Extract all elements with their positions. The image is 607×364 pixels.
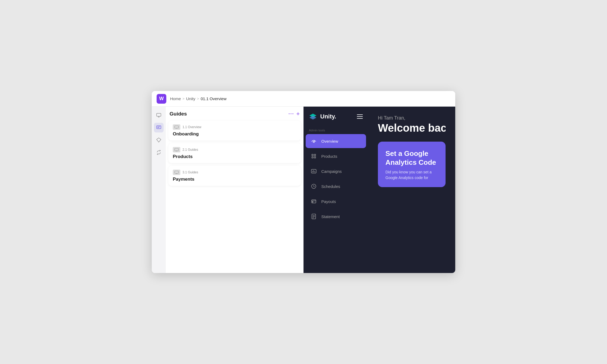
hamburger-line-2 <box>357 116 363 117</box>
nav-item-label-statement: Statement <box>321 214 340 219</box>
chat-icon-btn[interactable] <box>154 123 164 132</box>
nav-logo-icon <box>309 113 317 121</box>
guide-card-label-text-products: 2.1 Guides <box>182 148 198 152</box>
promo-card-title: Set a Google Analytics Code <box>385 149 438 167</box>
title-bar: W Home > Unity > 01.1 Overview <box>152 91 455 107</box>
main-body: Guides ··· + <box>152 107 455 273</box>
app-icon: W <box>157 94 166 104</box>
nav-item-label-overview: Overview <box>321 139 338 144</box>
svg-rect-13 <box>175 171 178 173</box>
icon-rail <box>152 107 166 273</box>
svg-marker-17 <box>309 116 316 120</box>
svg-point-26 <box>312 202 313 202</box>
hamburger-button[interactable] <box>357 114 363 119</box>
hamburger-line-1 <box>357 114 363 115</box>
nav-item-label-schedules: Schedules <box>321 184 340 189</box>
nav-sidebar: Unity. Admin tools <box>304 107 368 273</box>
products-svg-icon <box>311 153 317 159</box>
promo-card-description: Did you know you can set a Google Analyt… <box>385 169 438 181</box>
chat-icon <box>156 125 161 130</box>
overview-svg-icon <box>311 138 317 144</box>
guide-card-label-text-payments: 3.1 Guides <box>182 170 198 174</box>
nav-item-campaigns[interactable]: Campaigns <box>306 164 366 178</box>
nav-item-overview[interactable]: Overview <box>306 134 366 148</box>
nav-logo-text: Unity. <box>320 113 336 120</box>
campaigns-icon <box>310 167 318 175</box>
guides-more-button[interactable]: ··· <box>288 111 294 117</box>
schedules-svg-icon <box>311 183 317 189</box>
nav-item-statement[interactable]: Statement <box>306 209 366 223</box>
sync-icon-btn[interactable] <box>154 148 164 157</box>
overview-icon <box>310 137 318 145</box>
breadcrumb-home[interactable]: Home <box>170 96 181 101</box>
guide-card-icon-onboarding <box>173 124 180 130</box>
guide-card-icon-products <box>173 147 180 152</box>
unity-logo-icon <box>309 113 317 120</box>
breadcrumb: Home > Unity > 01.1 Overview <box>170 96 226 101</box>
app-icon-letter: W <box>159 96 164 102</box>
diamond-icon <box>156 137 161 143</box>
svg-rect-0 <box>157 113 161 116</box>
guide-card-onboarding[interactable]: 1.1 Overview Onboarding <box>168 121 301 141</box>
svg-rect-3 <box>157 126 161 129</box>
guides-actions: ··· + <box>288 111 300 117</box>
guide-card-label-text-onboarding: 1.1 Overview <box>182 125 201 129</box>
guide-card-title-payments: Payments <box>173 177 296 182</box>
hamburger-line-3 <box>357 118 363 119</box>
guides-panel: Guides ··· + <box>166 107 304 273</box>
nav-item-products[interactable]: Products <box>306 149 366 163</box>
breadcrumb-current: 01.1 Overview <box>201 96 226 101</box>
diamond-icon-btn[interactable] <box>154 135 164 145</box>
breadcrumb-sep-2: > <box>197 97 199 101</box>
monitor-icon <box>156 113 161 118</box>
left-panel: Guides ··· + <box>152 107 304 273</box>
guides-add-button[interactable]: + <box>296 111 300 117</box>
guide-card-title-onboarding: Onboarding <box>173 131 296 137</box>
nav-section-label: Admin tools <box>304 125 368 134</box>
promo-card[interactable]: Set a Google Analytics Code Did you know… <box>378 142 446 187</box>
guides-header: Guides ··· + <box>168 111 301 117</box>
nav-item-label-products: Products <box>321 154 337 159</box>
statement-svg-icon <box>311 214 317 219</box>
guide-card-icon-payments <box>173 170 180 175</box>
card-monitor-icon-2 <box>174 148 179 151</box>
guide-card-products[interactable]: 2.1 Guides Products <box>168 143 301 163</box>
products-icon <box>310 152 318 160</box>
welcome-greeting: Hi Tam Tran, <box>378 115 446 121</box>
welcome-title-overflow: ack <box>434 122 446 134</box>
guides-title: Guides <box>170 111 187 117</box>
payouts-icon <box>310 198 318 205</box>
svg-rect-10 <box>175 148 178 151</box>
nav-item-label-payouts: Payouts <box>321 199 336 204</box>
sync-icon <box>156 150 161 155</box>
nav-item-schedules[interactable]: Schedules <box>306 179 366 193</box>
guide-card-title-products: Products <box>173 154 296 159</box>
monitor-icon-btn[interactable] <box>154 110 164 120</box>
breadcrumb-sep-1: > <box>182 97 185 101</box>
card-monitor-icon <box>174 125 179 129</box>
breadcrumb-unity[interactable]: Unity <box>186 96 195 101</box>
campaigns-svg-icon <box>311 168 317 174</box>
welcome-title-text: Welcome b <box>378 122 434 134</box>
nav-item-label-campaigns: Campaigns <box>321 169 342 174</box>
card-monitor-icon-3 <box>174 171 179 174</box>
payouts-svg-icon <box>311 198 317 204</box>
nav-logo-row: Unity. <box>304 107 368 125</box>
statement-icon <box>310 213 318 220</box>
svg-rect-25 <box>312 200 316 203</box>
guide-card-label-payments: 3.1 Guides <box>173 170 296 175</box>
svg-rect-7 <box>175 126 178 128</box>
svg-marker-6 <box>157 138 161 142</box>
svg-rect-27 <box>312 214 316 219</box>
welcome-title: Welcome back <box>378 122 446 134</box>
guide-card-payments[interactable]: 3.1 Guides Payments <box>168 166 301 186</box>
schedules-icon <box>310 183 318 190</box>
main-window: W Home > Unity > 01.1 Overview <box>152 91 455 273</box>
nav-item-payouts[interactable]: Payouts <box>306 194 366 208</box>
guide-card-label-onboarding: 1.1 Overview <box>173 124 296 130</box>
main-content-area: Hi Tam Tran, Welcome back Set a Google A… <box>368 107 455 273</box>
app-content: Unity. Admin tools <box>304 107 455 273</box>
guide-card-label-products: 2.1 Guides <box>173 147 296 152</box>
